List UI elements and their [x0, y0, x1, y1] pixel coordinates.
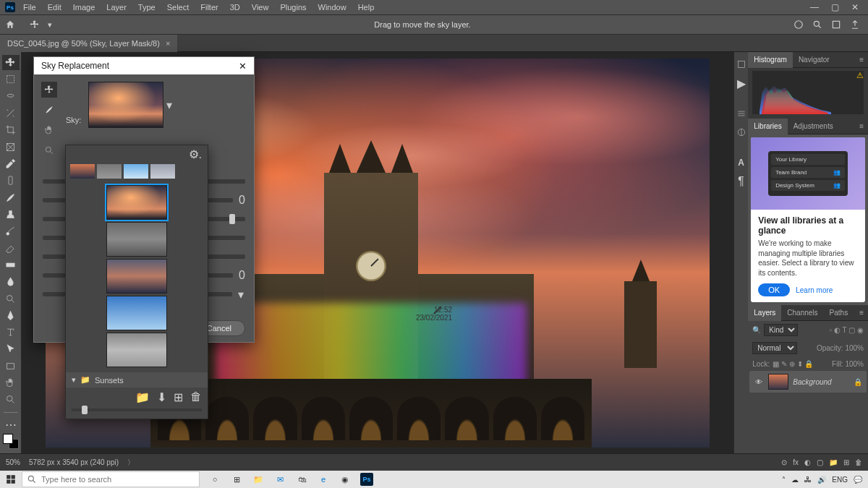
close-icon[interactable]: ×: [166, 39, 170, 48]
tab-navigator[interactable]: Navigator: [793, 52, 835, 68]
blur-tool[interactable]: [2, 274, 20, 289]
share-icon[interactable]: [849, 19, 861, 30]
panel-icon-a[interactable]: A: [735, 156, 748, 169]
panel-menu-icon[interactable]: ≡: [854, 52, 868, 68]
photoshop-taskbar-icon[interactable]: Ps: [359, 471, 375, 487]
menu-view[interactable]: View: [246, 3, 275, 12]
menu-file[interactable]: File: [17, 3, 42, 12]
taskbar-search[interactable]: Type here to search: [22, 471, 200, 487]
dialog-hand-tool[interactable]: [41, 122, 57, 138]
explorer-icon[interactable]: 📁: [250, 471, 266, 487]
panel-icon-play[interactable]: ▶: [735, 77, 748, 90]
search-icon[interactable]: [812, 19, 823, 30]
rectangle-tool[interactable]: [2, 359, 20, 374]
tab-paths[interactable]: Paths: [824, 305, 854, 321]
dialog-titlebar[interactable]: Sky Replacement ✕: [34, 57, 254, 74]
cortana-icon[interactable]: ○: [207, 471, 223, 487]
frame-tool[interactable]: [2, 140, 20, 155]
sky-preset[interactable]: [106, 333, 167, 367]
window-close-button[interactable]: ✕: [845, 2, 865, 12]
dialog-zoom-tool[interactable]: [41, 142, 57, 158]
tab-histogram[interactable]: Histogram: [748, 52, 793, 68]
sky-preset-thumbnail[interactable]: ▾: [88, 82, 163, 128]
crop-tool[interactable]: [2, 122, 20, 137]
sky-category-thumb[interactable]: [97, 164, 122, 179]
document-tab[interactable]: DSC_0045.jpg @ 50% (Sky, Layer Mask/8) ×: [0, 35, 177, 52]
start-button[interactable]: [0, 471, 22, 488]
lock-icons[interactable]: ▦ ✎ ⊕ ⬍ 🔒: [773, 360, 813, 368]
close-icon[interactable]: ✕: [239, 61, 247, 72]
panel-menu-icon[interactable]: ≡: [854, 305, 868, 321]
panel-menu-icon[interactable]: ≡: [854, 119, 868, 134]
menu-layer[interactable]: Layer: [101, 3, 132, 12]
blend-mode-select[interactable]: Normal: [752, 342, 797, 354]
move-tool-icon[interactable]: [25, 17, 45, 33]
panel-icon-paragraph[interactable]: ¶: [735, 175, 748, 188]
dialog-brush-tool[interactable]: [41, 102, 57, 118]
sky-preset[interactable]: [106, 259, 167, 294]
menu-edit[interactable]: Edit: [42, 3, 67, 12]
network-icon[interactable]: 🖧: [804, 476, 812, 484]
clone-stamp-tool[interactable]: [2, 207, 20, 222]
language-indicator[interactable]: ENG: [832, 476, 848, 484]
layer-filter-icon[interactable]: 🔍: [752, 326, 761, 334]
sb-icon[interactable]: ▢: [817, 458, 823, 466]
window-minimize-button[interactable]: —: [804, 2, 825, 12]
eyedropper-tool[interactable]: [2, 156, 20, 171]
sky-category-thumb[interactable]: [70, 164, 95, 179]
move-tool[interactable]: [2, 55, 20, 70]
dodge-tool[interactable]: [2, 291, 20, 306]
marquee-tool[interactable]: [2, 72, 20, 87]
healing-tool[interactable]: [2, 173, 20, 188]
window-maximize-button[interactable]: ▢: [825, 2, 845, 12]
learn-more-link[interactable]: Learn more: [796, 286, 833, 294]
sb-icon[interactable]: 🗑: [855, 458, 862, 466]
histogram-warning-icon[interactable]: ⚠: [856, 71, 864, 80]
visibility-icon[interactable]: 👁: [754, 378, 764, 386]
sky-folder-row[interactable]: ▾ 📁 Sunsets: [66, 372, 208, 388]
sky-preset[interactable]: [106, 296, 167, 330]
menu-type[interactable]: Type: [132, 3, 161, 12]
store-icon[interactable]: 🛍: [294, 471, 310, 487]
brush-tool[interactable]: [2, 190, 20, 205]
zoom-level[interactable]: 50%: [6, 458, 20, 466]
menu-filter[interactable]: Filter: [195, 3, 224, 12]
tab-adjustments[interactable]: Adjustments: [788, 119, 839, 134]
tab-layers[interactable]: Layers: [748, 305, 781, 321]
magic-wand-tool[interactable]: [2, 106, 20, 121]
filter-icons[interactable]: ▫ ◐ T ▢ ◉: [830, 326, 864, 334]
import-icon[interactable]: ⬇: [157, 390, 166, 404]
new-preset-icon[interactable]: ⊞: [174, 390, 183, 404]
menu-window[interactable]: Window: [312, 3, 352, 12]
gear-icon[interactable]: ⚙.: [189, 147, 202, 161]
frame-icon[interactable]: [830, 19, 842, 30]
sky-category-thumb[interactable]: [124, 164, 148, 179]
tray-chevron-icon[interactable]: ˄: [782, 476, 786, 484]
taskbar-clock[interactable]: 12:52 23/02/2021: [416, 306, 452, 322]
sky-preset[interactable]: [106, 222, 167, 257]
chevron-down-icon[interactable]: ▾: [164, 98, 174, 112]
pen-tool[interactable]: [2, 308, 20, 323]
trash-icon[interactable]: 🗑: [190, 390, 202, 404]
menu-3d[interactable]: 3D: [224, 3, 246, 12]
task-view-icon[interactable]: ⊞: [229, 471, 244, 487]
panel-icon-1[interactable]: [735, 58, 748, 71]
dialog-move-tool[interactable]: [41, 82, 57, 98]
color-swatches[interactable]: [3, 434, 19, 449]
menu-plugins[interactable]: Plugins: [274, 3, 312, 12]
eraser-tool[interactable]: [2, 240, 20, 255]
panel-icon-sliders[interactable]: [735, 107, 748, 120]
type-tool[interactable]: [2, 325, 20, 340]
tab-channels[interactable]: Channels: [781, 305, 823, 321]
layer-row-background[interactable]: 👁 Background 🔒: [749, 371, 867, 393]
menu-help[interactable]: Help: [352, 3, 380, 12]
cloud-docs-icon[interactable]: [793, 19, 804, 30]
gradient-tool[interactable]: [2, 257, 20, 273]
hand-tool[interactable]: [2, 375, 20, 390]
sb-icon[interactable]: ◐: [804, 458, 811, 466]
lasso-tool[interactable]: [2, 89, 20, 104]
layer-thumbnail[interactable]: [768, 374, 788, 390]
mail-icon[interactable]: ✉: [272, 471, 288, 487]
path-selection-tool[interactable]: [2, 341, 20, 356]
tab-libraries[interactable]: Libraries: [748, 119, 787, 134]
